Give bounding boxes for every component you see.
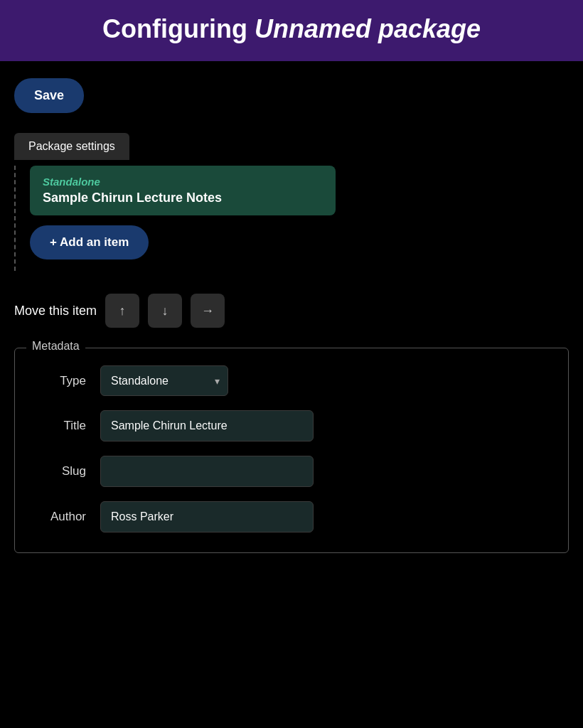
- title-label: Title: [29, 419, 86, 433]
- arrow-up-icon: ↑: [119, 304, 126, 318]
- type-label: Type: [29, 374, 86, 388]
- item-card[interactable]: Standalone Sample Chirun Lecture Notes: [30, 166, 336, 215]
- move-label: Move this item: [14, 304, 97, 318]
- move-down-button[interactable]: ↓: [148, 294, 182, 328]
- title-prefix: Configuring: [102, 14, 255, 43]
- move-right-button[interactable]: →: [191, 294, 225, 328]
- type-select[interactable]: Standalone Notes Slides Jupyter Notebook: [100, 365, 228, 396]
- metadata-legend: Metadata: [26, 340, 85, 353]
- metadata-slug-row: Slug: [29, 456, 554, 487]
- slug-label: Slug: [29, 464, 86, 478]
- save-button[interactable]: Save: [14, 78, 84, 113]
- metadata-type-row: Type Standalone Notes Slides Jupyter Not…: [29, 365, 554, 396]
- author-input[interactable]: [100, 501, 314, 532]
- title-italic: Unnamed package: [255, 14, 481, 43]
- tab-package-settings: Package settings: [14, 133, 129, 160]
- slug-input[interactable]: [100, 456, 314, 487]
- type-select-wrapper: Standalone Notes Slides Jupyter Notebook: [100, 365, 228, 396]
- arrow-down-icon: ↓: [162, 304, 169, 318]
- page-title: Configuring Unnamed package: [17, 14, 566, 44]
- move-up-button[interactable]: ↑: [105, 294, 139, 328]
- metadata-title-row: Title: [29, 410, 554, 441]
- metadata-author-row: Author: [29, 501, 554, 532]
- main-content: Save Package settings Standalone Sample …: [0, 61, 583, 570]
- page-header: Configuring Unnamed package: [0, 0, 583, 61]
- add-item-button[interactable]: + Add an item: [30, 225, 149, 259]
- item-type-label: Standalone: [43, 176, 323, 188]
- arrow-right-icon: →: [201, 304, 214, 318]
- author-label: Author: [29, 510, 86, 524]
- title-input[interactable]: [100, 410, 314, 441]
- items-list: Standalone Sample Chirun Lecture Notes +…: [14, 166, 569, 271]
- move-section: Move this item ↑ ↓ →: [14, 294, 569, 328]
- metadata-section: Metadata Type Standalone Notes Slides Ju…: [14, 348, 569, 553]
- package-settings-tab[interactable]: Package settings: [14, 133, 569, 160]
- item-title-label: Sample Chirun Lecture Notes: [43, 191, 323, 205]
